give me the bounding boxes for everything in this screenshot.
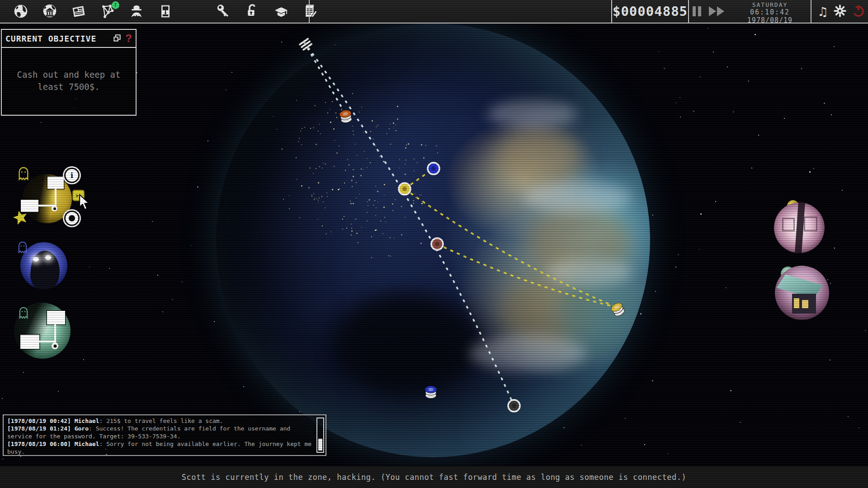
status-text: Scott is currently in the zone, hacking.… bbox=[182, 473, 686, 482]
crew1-ghost-icon bbox=[16, 165, 31, 183]
chat-scrollbar-thumb[interactable] bbox=[318, 439, 322, 450]
map-node-server-orange[interactable] bbox=[339, 109, 353, 124]
tool-world-map-button[interactable] bbox=[12, 2, 30, 20]
location-thumbnail-interior[interactable] bbox=[774, 202, 825, 253]
fast-forward-icon bbox=[717, 6, 724, 16]
tool-news-button[interactable] bbox=[70, 2, 88, 20]
learn-icon bbox=[273, 3, 289, 19]
crew1-info-button[interactable]: i bbox=[66, 169, 78, 182]
tool-learning-button[interactable] bbox=[272, 2, 290, 20]
fast-forward-button[interactable] bbox=[709, 6, 725, 16]
tool-darknet-button[interactable] bbox=[127, 2, 146, 20]
chat-scrollbar[interactable] bbox=[316, 418, 324, 453]
connection-line-cyan bbox=[304, 42, 514, 406]
power-icon bbox=[852, 4, 865, 18]
tool-network-button[interactable]: ! bbox=[99, 2, 117, 20]
pause-icon bbox=[693, 6, 696, 16]
top-bar: ! $00004885 SATURDAY 06:10:42 1978/08/19… bbox=[0, 0, 868, 23]
chat-log: [1978/08/19 00:42] Michael: 215$ to trav… bbox=[3, 414, 326, 456]
chat-messages: [1978/08/19 00:42] Michael: 215$ to trav… bbox=[7, 417, 314, 455]
notes-icon bbox=[302, 3, 318, 19]
crew2-glowing-eye bbox=[45, 255, 51, 260]
map-node-node-yellow[interactable] bbox=[399, 183, 410, 195]
crew2-glowing-eye bbox=[33, 257, 39, 262]
crew1-node-dot bbox=[52, 206, 57, 211]
key-icon bbox=[215, 3, 231, 19]
crew1-record-button[interactable] bbox=[66, 212, 78, 225]
tool-encryption-button[interactable] bbox=[243, 2, 261, 20]
fast-forward-icon bbox=[709, 6, 716, 16]
map-node-money-stack-north[interactable] bbox=[298, 38, 313, 51]
window-frame bbox=[804, 216, 817, 231]
objective-help-button[interactable]: ? bbox=[125, 32, 132, 45]
location-thumbnail-house[interactable] bbox=[775, 266, 829, 320]
crew2-silhouette bbox=[28, 249, 61, 289]
tool-world-services-button[interactable] bbox=[41, 2, 59, 20]
music-icon[interactable]: ♫ bbox=[817, 5, 828, 19]
game-screen: { "topbar": { "tools": [ {"id":"world-ma… bbox=[0, 0, 868, 488]
objective-header: CURRENT OBJECTIVE ? bbox=[2, 30, 136, 48]
crew3-window-indicator bbox=[47, 311, 65, 324]
objective-panel: CURRENT OBJECTIVE ? Cash out and keep at… bbox=[1, 29, 137, 116]
window-frame bbox=[782, 218, 795, 231]
toolbar-divider bbox=[309, 0, 310, 23]
time-controls bbox=[693, 0, 731, 23]
world-icon bbox=[13, 3, 29, 19]
map-node-node-red[interactable] bbox=[431, 238, 443, 250]
clock-date: 1978/08/19 bbox=[732, 16, 807, 24]
clock: SATURDAY 06:10:42 1978/08/19 bbox=[732, 1, 807, 22]
chat-message: [1978/08/19 00:42] Michael: 215$ to trav… bbox=[7, 417, 314, 425]
crew3-node-dot bbox=[52, 343, 58, 349]
connection-line-cyan bbox=[304, 42, 345, 114]
tool-notes-button[interactable] bbox=[301, 2, 319, 20]
money-amount: $00004885 bbox=[613, 4, 688, 19]
clock-time: 06:10:42 bbox=[732, 8, 807, 16]
chat-message: [1978/08/19 06:00] Michael: Sorry for no… bbox=[7, 440, 314, 455]
crew3-ghost-icon bbox=[17, 305, 30, 321]
objective-text: Cash out and keep at least 7500$. bbox=[12, 69, 125, 93]
chat-message: [1978/08/19 01:24] Goro: Success! The cr… bbox=[7, 425, 314, 440]
pause-button[interactable] bbox=[693, 6, 703, 16]
tool-passwords-button[interactable] bbox=[214, 2, 232, 20]
clock-divider bbox=[811, 0, 811, 23]
crew1-window-indicator bbox=[47, 177, 64, 189]
objective-title: CURRENT OBJECTIVE bbox=[5, 34, 113, 43]
house-window bbox=[794, 298, 799, 308]
toolbar: ! bbox=[12, 0, 319, 23]
gear-icon bbox=[833, 4, 847, 18]
spy-icon bbox=[128, 3, 145, 19]
connection-line-yellow bbox=[437, 244, 617, 307]
crew3-connector bbox=[39, 341, 54, 343]
system-buttons: ♫ bbox=[815, 0, 868, 23]
settings-button[interactable] bbox=[833, 4, 847, 19]
power-button[interactable] bbox=[852, 4, 865, 19]
news-icon bbox=[71, 3, 87, 19]
money-display: $00004885 bbox=[611, 0, 689, 23]
status-bar: Scott is currently in the zone, hacking.… bbox=[0, 465, 868, 488]
restore-icon bbox=[113, 33, 122, 42]
chip-icon bbox=[157, 3, 174, 19]
map-node-node-blue[interactable] bbox=[428, 163, 439, 174]
pause-icon bbox=[698, 6, 701, 16]
map-node-node-white[interactable] bbox=[508, 400, 520, 412]
notification-badge: ! bbox=[112, 1, 119, 9]
crew2-ghost-icon bbox=[16, 240, 29, 255]
crew3-window-indicator bbox=[20, 335, 39, 349]
objective-body: Cash out and keep at least 7500$. bbox=[2, 48, 136, 115]
crew1-connector bbox=[55, 189, 57, 207]
world-bank-icon bbox=[42, 3, 58, 19]
lock-icon bbox=[244, 3, 260, 19]
map-node-money-stack-east[interactable] bbox=[610, 301, 626, 318]
map-node-coin-blue[interactable] bbox=[425, 386, 437, 399]
tool-hardware-button[interactable] bbox=[156, 2, 175, 20]
mouse-cursor bbox=[79, 194, 90, 211]
clock-day: SATURDAY bbox=[732, 1, 807, 8]
restore-window-button[interactable] bbox=[113, 33, 122, 44]
house-window bbox=[802, 300, 808, 308]
